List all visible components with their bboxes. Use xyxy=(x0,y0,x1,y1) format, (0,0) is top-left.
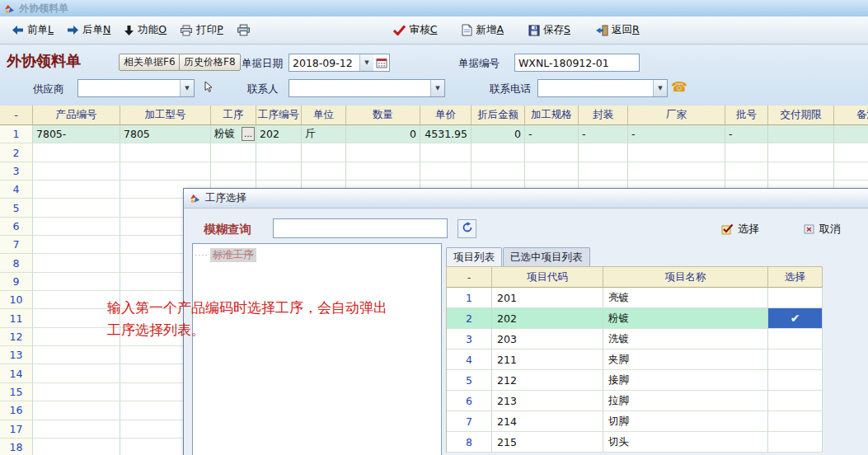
select-flag-cell[interactable] xyxy=(768,391,823,411)
dialog-table-header-2[interactable]: 项目名称 xyxy=(603,266,768,288)
grid-cell[interactable] xyxy=(472,143,525,162)
grid-cell[interactable] xyxy=(525,143,579,162)
row-number[interactable]: 6 xyxy=(0,218,33,236)
process-option-row-213[interactable]: 6213拉脚 xyxy=(447,391,823,411)
grid-cell[interactable] xyxy=(768,143,834,162)
grid-cell[interactable] xyxy=(525,162,579,181)
dialog-table-cell[interactable]: 拉脚 xyxy=(603,391,768,411)
grid-cell[interactable] xyxy=(33,254,120,272)
grid-header-cell-10[interactable]: 封装 xyxy=(579,106,628,125)
grid-cell[interactable] xyxy=(420,162,472,181)
row-number[interactable]: 14 xyxy=(0,364,33,382)
process-option-row-202[interactable]: 2202粉镀✔ xyxy=(447,308,823,329)
related-docs-button[interactable]: 相关单据F6 xyxy=(119,54,181,71)
select-flag-cell[interactable] xyxy=(768,349,823,370)
grid-cell[interactable]: 7805 xyxy=(120,125,211,143)
row-number[interactable]: 7 xyxy=(0,236,33,254)
grid-cell[interactable] xyxy=(33,162,120,181)
grid-header-cell-13[interactable]: 交付期限 xyxy=(768,106,834,125)
grid-cell[interactable] xyxy=(33,218,120,236)
grid-cell[interactable] xyxy=(579,143,628,162)
dialog-table-cell[interactable]: 亮镀 xyxy=(603,288,768,308)
row-number[interactable]: 13 xyxy=(0,346,33,364)
row-number[interactable]: 3 xyxy=(0,162,33,181)
dialog-table-cell[interactable]: 洗镀 xyxy=(603,329,768,349)
functions-button[interactable]: 功能O xyxy=(117,20,173,41)
grid-cell[interactable] xyxy=(346,143,420,162)
row-number[interactable]: 16 xyxy=(0,401,33,420)
row-number[interactable]: 1 xyxy=(0,125,33,143)
dialog-table-cell[interactable]: 215 xyxy=(492,432,603,453)
grid-cell[interactable] xyxy=(33,181,120,199)
grid-cell[interactable] xyxy=(33,346,120,364)
save-button[interactable]: 保存S xyxy=(522,20,577,41)
grid-cell[interactable] xyxy=(211,162,256,181)
grid-row-2[interactable]: 2 xyxy=(0,143,868,162)
tab-selected-item-list[interactable]: 已选中项目列表 xyxy=(503,247,590,266)
grid-header-cell-8[interactable]: 折后金额 xyxy=(472,106,525,125)
grid-cell[interactable]: - xyxy=(725,125,768,143)
grid-cell[interactable] xyxy=(472,162,525,181)
fuzzy-search-input[interactable] xyxy=(273,218,448,238)
contact-combo[interactable]: ▼ xyxy=(289,79,445,97)
grid-cell[interactable] xyxy=(33,199,120,217)
grid-cell[interactable] xyxy=(579,162,628,181)
row-number[interactable]: 15 xyxy=(0,383,33,401)
dialog-table-cell[interactable]: 4 xyxy=(447,349,492,370)
grid-header-cell-3[interactable]: 工序 xyxy=(211,106,256,125)
next-doc-button[interactable]: 后单N xyxy=(60,20,117,41)
dialog-table-cell[interactable]: 粉镀 xyxy=(603,308,768,329)
select-flag-cell[interactable] xyxy=(768,370,823,391)
grid-header-cell-6[interactable]: 数量 xyxy=(346,106,420,125)
return-button[interactable]: 返回R xyxy=(589,20,646,41)
dialog-titlebar[interactable]: 工序选择 xyxy=(184,189,868,209)
grid-header-cell-7[interactable]: 单价 xyxy=(420,106,472,125)
grid-cell[interactable]: 斤 xyxy=(302,125,346,143)
row-number[interactable]: 18 xyxy=(0,439,33,455)
grid-cell[interactable]: 0 xyxy=(346,125,420,143)
grid-header-cell-11[interactable]: 厂家 xyxy=(628,106,725,125)
quick-print-button[interactable] xyxy=(230,20,257,41)
row-number[interactable]: 10 xyxy=(0,291,33,309)
grid-cell[interactable] xyxy=(628,162,725,181)
tab-item-list[interactable]: 项目列表 xyxy=(446,247,502,266)
grid-cell[interactable] xyxy=(725,162,768,181)
grid-cell[interactable] xyxy=(33,236,120,254)
cancel-button[interactable]: 取消 xyxy=(804,218,841,239)
grid-cell[interactable]: 0 xyxy=(472,125,525,143)
dialog-table-cell[interactable]: 切头 xyxy=(603,432,768,453)
grid-cell[interactable] xyxy=(33,439,120,455)
grid-cell[interactable] xyxy=(768,162,834,181)
process-lookup-button[interactable]: … xyxy=(242,127,255,141)
grid-cell[interactable] xyxy=(628,143,725,162)
grid-cell[interactable] xyxy=(725,143,768,162)
select-flag-cell[interactable] xyxy=(768,288,823,308)
grid-header-cell-9[interactable]: 加工规格 xyxy=(525,106,579,125)
grid-cell[interactable] xyxy=(33,383,120,401)
process-option-row-212[interactable]: 5212接脚 xyxy=(447,370,823,391)
dialog-table-cell[interactable]: 212 xyxy=(492,370,603,391)
chevron-down-icon[interactable]: ▼ xyxy=(653,80,667,96)
grid-cell[interactable] xyxy=(211,143,256,162)
grid-cell[interactable] xyxy=(834,125,868,143)
print-button[interactable]: 打印P xyxy=(173,20,230,41)
dialog-table-header-3[interactable]: 选择 xyxy=(768,266,823,288)
process-option-row-211[interactable]: 4211夹脚 xyxy=(447,349,823,370)
chevron-down-icon[interactable]: ▼ xyxy=(430,80,444,96)
dialog-table-cell[interactable]: 1 xyxy=(447,288,492,308)
dialog-table-cell[interactable]: 切脚 xyxy=(603,411,768,432)
grid-header-cell-0[interactable]: - xyxy=(0,106,33,125)
grid-cell[interactable] xyxy=(834,143,868,162)
dialog-table-cell[interactable]: 3 xyxy=(447,329,492,349)
grid-cell[interactable] xyxy=(256,143,302,162)
dialog-table-cell[interactable]: 2 xyxy=(447,308,492,329)
grid-cell[interactable]: 7805- xyxy=(33,125,120,143)
chevron-down-icon[interactable]: ▼ xyxy=(180,80,194,96)
dialog-table-cell[interactable]: 214 xyxy=(492,411,603,432)
prev-doc-button[interactable]: 前单L xyxy=(5,20,60,41)
add-button[interactable]: 新增A xyxy=(455,20,510,41)
process-option-row-215[interactable]: 8215切头 xyxy=(447,432,823,453)
grid-cell[interactable]: - xyxy=(579,125,628,143)
grid-row-1[interactable]: 17805-7805粉镀…202斤04531.950---- xyxy=(0,125,868,143)
phone-combo[interactable]: ▼ xyxy=(537,79,668,97)
